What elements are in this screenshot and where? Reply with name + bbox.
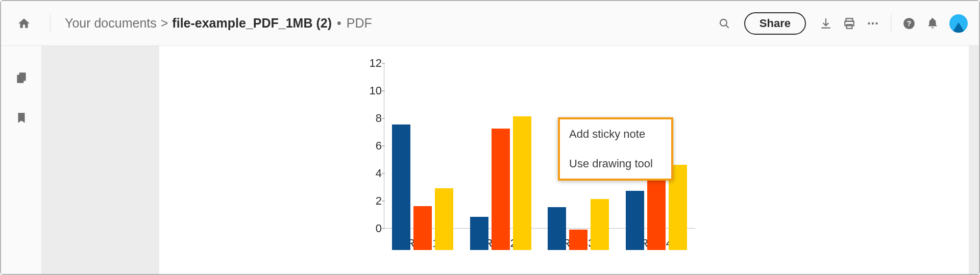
print-icon[interactable] (838, 12, 861, 35)
bell-icon[interactable] (921, 12, 944, 35)
thumbnails-icon[interactable] (10, 66, 33, 90)
topbar-divider-2 (891, 14, 891, 33)
chart-bar (548, 207, 566, 250)
search-icon[interactable] (713, 12, 736, 35)
svg-line-1 (726, 25, 728, 28)
y-tick-label: 10 (361, 84, 382, 97)
avatar[interactable] (949, 14, 968, 33)
pdf-page[interactable]: 024681012Row 1Row 2Row 3Row 4 Add sticky… (159, 46, 969, 274)
download-icon[interactable] (814, 12, 838, 35)
breadcrumb-ext: PDF (347, 16, 372, 31)
more-icon[interactable] (861, 12, 885, 35)
svg-point-7 (875, 22, 877, 24)
share-button-label: Share (760, 17, 791, 30)
chart-bar (591, 199, 609, 250)
context-menu-item-sticky-note[interactable]: Add sticky note (560, 119, 671, 149)
chart-bar (492, 129, 510, 250)
y-tick-label: 12 (361, 57, 382, 70)
svg-point-6 (872, 22, 874, 24)
breadcrumb-separator: > (161, 16, 168, 31)
home-icon[interactable] (12, 12, 36, 35)
chart-bar (470, 217, 488, 250)
svg-text:?: ? (906, 19, 911, 28)
left-rail (1, 46, 42, 274)
svg-point-5 (868, 22, 870, 24)
bookmark-icon[interactable] (10, 106, 33, 130)
topbar: Your documents > file-example_PDF_1MB (2… (1, 1, 979, 46)
svg-rect-11 (19, 72, 26, 81)
y-tick-label: 2 (361, 194, 382, 208)
y-tick (382, 228, 385, 229)
y-tick (382, 173, 385, 174)
breadcrumb-dot: • (337, 16, 341, 31)
y-tick-label: 8 (361, 112, 382, 125)
y-tick (382, 63, 385, 64)
y-tick (382, 145, 385, 146)
breadcrumb-filename: file-example_PDF_1MB (2) (172, 16, 332, 31)
chart-bar (413, 206, 432, 250)
app-frame: Your documents > file-example_PDF_1MB (2… (0, 0, 980, 275)
y-tick-label: 0 (361, 222, 382, 235)
y-tick-label: 6 (361, 139, 382, 153)
y-tick (382, 118, 385, 119)
chart-bar (513, 116, 531, 250)
topbar-actions: Share ? (713, 12, 968, 35)
y-tick (382, 201, 385, 202)
workspace: 024681012Row 1Row 2Row 3Row 4 Add sticky… (42, 46, 979, 274)
breadcrumb-parent[interactable]: Your documents (65, 16, 157, 31)
y-tick-label: 4 (361, 167, 382, 180)
chart-bar (569, 230, 587, 251)
breadcrumb: Your documents > file-example_PDF_1MB (2… (65, 16, 372, 31)
chart-bar (435, 188, 453, 251)
chart-bar (626, 191, 644, 250)
share-button[interactable]: Share (744, 12, 806, 35)
y-tick (382, 90, 385, 91)
context-menu: Add sticky note Use drawing tool (558, 117, 673, 181)
topbar-divider (50, 14, 51, 33)
svg-point-0 (720, 19, 727, 26)
context-menu-item-drawing-tool[interactable]: Use drawing tool (560, 149, 671, 179)
chart-bar (392, 124, 410, 250)
help-icon[interactable]: ? (897, 12, 921, 35)
